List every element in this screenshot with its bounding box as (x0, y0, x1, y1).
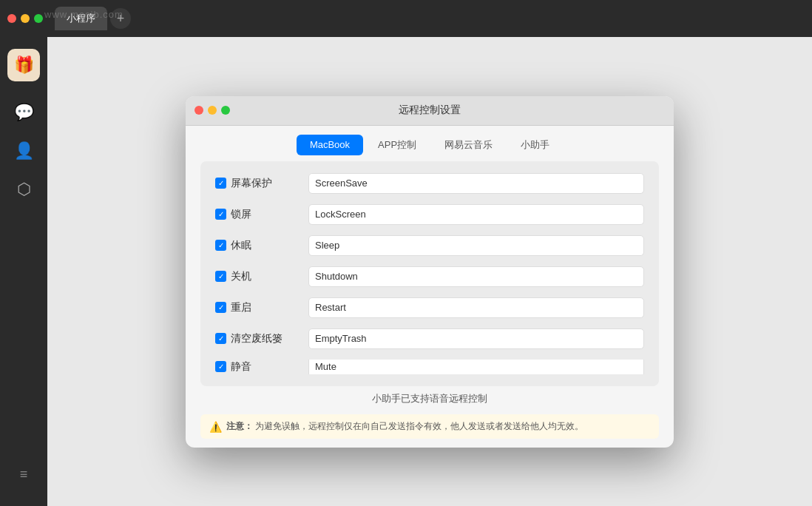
sidebar: 🎁 💬 👤 ⬡ ≡ (0, 37, 47, 506)
label-screensave[interactable]: ✓ 屏幕保护 (215, 177, 297, 190)
messages-icon: 💬 (14, 103, 34, 122)
checkmark-mute: ✓ (218, 363, 224, 371)
row-screensave: ✓ 屏幕保护 ScreenSave (215, 173, 644, 194)
avatar[interactable]: 🎁 (7, 49, 40, 81)
checkbox-screensave[interactable]: ✓ (215, 178, 226, 189)
top-red-light[interactable] (7, 14, 16, 23)
row-restart: ✓ 重启 Restart (215, 297, 644, 318)
dialog-red-light[interactable] (194, 106, 203, 115)
top-bar: 小程序 + www.macjb.com (0, 0, 812, 37)
warning-icon: ⚠️ (209, 421, 222, 433)
sidebar-item-contacts[interactable]: 👤 (7, 135, 40, 167)
checkbox-shutdown[interactable]: ✓ (215, 271, 226, 282)
tab-netease-music[interactable]: 网易云音乐 (431, 135, 506, 155)
checkmark-emptytrash: ✓ (218, 335, 224, 343)
label-emptytrash[interactable]: ✓ 清空废纸篓 (215, 332, 297, 345)
checkmark-lockscreen: ✓ (218, 211, 224, 218)
input-restart[interactable]: Restart (308, 297, 644, 318)
main-area: 远程控制设置 MacBook APP控制 网易云音乐 小助手 ✓ (47, 37, 812, 506)
input-screensave[interactable]: ScreenSave (308, 173, 644, 194)
input-shutdown[interactable]: Shutdown (308, 266, 644, 287)
label-mute[interactable]: ✓ 静音 (215, 360, 297, 374)
checkmark-restart: ✓ (218, 304, 224, 311)
row-sleep: ✓ 休眠 Sleep (215, 235, 644, 256)
checkbox-lockscreen[interactable]: ✓ (215, 209, 226, 220)
checkmark-shutdown: ✓ (218, 273, 224, 280)
input-emptytrash[interactable]: EmptyTrash (308, 328, 644, 349)
tab-macbook[interactable]: MacBook (297, 135, 363, 155)
input-mute[interactable]: Mute (308, 360, 644, 374)
dialog-yellow-light[interactable] (208, 106, 217, 115)
dialog-tabs: MacBook APP控制 网易云音乐 小助手 (186, 126, 674, 161)
dialog-window: 远程控制设置 MacBook APP控制 网易云音乐 小助手 ✓ (186, 96, 674, 448)
dialog-content: ✓ 屏幕保护 ScreenSave ✓ 锁屏 LockScreen (200, 161, 659, 386)
checkbox-emptytrash[interactable]: ✓ (215, 333, 226, 344)
input-lockscreen[interactable]: LockScreen (308, 204, 644, 225)
tab-app-control[interactable]: APP控制 (365, 135, 430, 155)
checkbox-sleep[interactable]: ✓ (215, 240, 226, 251)
input-sleep[interactable]: Sleep (308, 235, 644, 256)
label-restart[interactable]: ✓ 重启 (215, 301, 297, 314)
traffic-lights-top (7, 14, 43, 23)
label-lockscreen[interactable]: ✓ 锁屏 (215, 208, 297, 221)
warning-text: 注意： 为避免误触，远程控制仅在向自己发送指令有效，他人发送或者发送给他人均无效… (226, 420, 583, 433)
dialog-title: 远程控制设置 (399, 104, 461, 117)
apps-icon: ⬡ (17, 180, 31, 199)
dialog-traffic-lights (194, 106, 230, 115)
dialog-green-light[interactable] (221, 106, 230, 115)
row-mute: ✓ 静音 Mute (215, 360, 644, 374)
row-shutdown: ✓ 关机 Shutdown (215, 266, 644, 287)
checkmark-screensave: ✓ (218, 180, 224, 187)
warning-body: 为避免误触，远程控制仅在向自己发送指令有效，他人发送或者发送给他人均无效。 (255, 421, 583, 431)
row-lockscreen: ✓ 锁屏 LockScreen (215, 204, 644, 225)
checkmark-sleep: ✓ (218, 242, 224, 249)
sidebar-item-messages[interactable]: 💬 (7, 96, 40, 129)
watermark: www.macjb.com (44, 9, 124, 20)
warning-label: 注意： (226, 421, 253, 431)
avatar-emoji: 🎁 (14, 55, 34, 75)
label-shutdown[interactable]: ✓ 关机 (215, 270, 297, 283)
top-green-light[interactable] (34, 14, 43, 23)
warning-box: ⚠️ 注意： 为避免误触，远程控制仅在向自己发送指令有效，他人发送或者发送给他人… (200, 414, 659, 439)
checkbox-restart[interactable]: ✓ (215, 302, 226, 313)
top-yellow-light[interactable] (21, 14, 30, 23)
contacts-icon: 👤 (14, 141, 34, 161)
row-emptytrash: ✓ 清空废纸篓 EmptyTrash (215, 328, 644, 349)
tab-assistant[interactable]: 小助手 (507, 135, 563, 155)
footer-notice: 小助手已支持语音远程控制 (186, 386, 674, 408)
label-sleep[interactable]: ✓ 休眠 (215, 239, 297, 252)
sidebar-item-apps[interactable]: ⬡ (7, 173, 40, 206)
checkbox-mute[interactable]: ✓ (215, 361, 226, 372)
sidebar-bottom: ≡ (20, 467, 28, 494)
dialog-titlebar: 远程控制设置 (186, 96, 674, 126)
hamburger-menu[interactable]: ≡ (20, 467, 28, 482)
